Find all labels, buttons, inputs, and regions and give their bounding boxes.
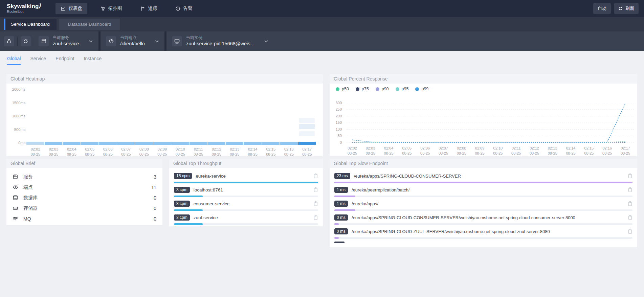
clipboard-icon[interactable] [624, 201, 632, 206]
y-tick-label: 150 [328, 120, 342, 124]
bar-track [174, 196, 318, 197]
brief-value: 0 [154, 216, 156, 222]
auto-button[interactable]: 自动 [593, 3, 611, 14]
refresh-button[interactable]: 刷新 [614, 3, 639, 14]
tab-service-dashboard[interactable]: Service Dashboard [4, 19, 57, 30]
x-tick-label: 02:1508-25 [580, 146, 598, 156]
heatmap-cell[interactable] [171, 142, 189, 145]
brief-row: 服务3 [13, 172, 156, 182]
clipboard-icon[interactable] [310, 215, 318, 220]
bar-fill [174, 223, 203, 225]
list-item[interactable]: 0 ms/eureka/apps/SPRING-CLOUD-ZUUL-SERVE… [334, 228, 632, 239]
item-name: eureka-service [196, 174, 226, 179]
tab-instance[interactable]: Instance [84, 56, 102, 65]
heatmap-cell[interactable] [99, 142, 117, 145]
item-name: /eureka/apps/SPRING-CLOUD-CONSUMER-SERVE… [352, 215, 575, 220]
refresh-label: 刷新 [625, 5, 634, 12]
heatmap-cell[interactable] [26, 142, 44, 145]
heatmap-cell[interactable] [117, 142, 135, 145]
clipboard-icon[interactable] [624, 173, 632, 179]
clipboard-icon[interactable] [310, 173, 318, 179]
heatmap-cell[interactable] [262, 142, 280, 145]
list-item[interactable]: 23 ms/eureka/apps/SPRING-CLOUD-CONSUMER-… [334, 172, 632, 183]
list-item[interactable]: 1 ms/eureka/apps/ [334, 200, 632, 211]
list-item[interactable]: 3 cpmzuul-service [174, 214, 318, 225]
x-tick-label: 02:1208-25 [207, 147, 226, 157]
list-item[interactable]: 0 ms/eureka/apps/SPRING-CLOUD-CONSUMER-S… [334, 214, 632, 225]
tab-service[interactable]: Service [30, 56, 46, 65]
tab-global[interactable]: Global [7, 56, 21, 65]
bar-track [174, 223, 318, 225]
legend-item-p95[interactable]: p95 [396, 87, 409, 91]
legend-item-p90[interactable]: p90 [376, 87, 389, 91]
legend-item-p99[interactable]: p99 [415, 87, 428, 91]
list-item[interactable]: 15 cpmeureka-service [174, 172, 318, 183]
instance-selector[interactable]: 当前实例 zuul-service-pid:15668@weis... [171, 35, 270, 47]
divider [17, 37, 18, 46]
heatmap-cell[interactable] [244, 142, 262, 145]
bar-fill [334, 209, 355, 211]
list-item[interactable]: 1 ms/eureka/peerreplication/batch/ [334, 186, 632, 197]
heatmap-cell[interactable] [207, 142, 225, 145]
list-item[interactable]: 3 cpmlocalhost:8761 [174, 186, 318, 197]
clipboard-icon[interactable] [310, 187, 318, 192]
panel-title: Global Top Slow Endpoint [330, 159, 637, 168]
tab-endpoint[interactable]: Endpoint [55, 56, 74, 65]
tab-database-dashboard[interactable]: Database Dashboard [59, 19, 120, 30]
clipboard-icon[interactable] [624, 187, 632, 192]
bar-fill [174, 196, 203, 197]
heatmap-cell[interactable] [299, 118, 315, 123]
service-selector[interactable]: 当前服务 zuul-service [37, 35, 94, 47]
x-tick-label: 02:1608-25 [598, 146, 616, 156]
y-tick-label: 500ms [10, 128, 25, 132]
heatmap-chart: 2000ms1500ms1000ms500ms0ms02:0208-2502:0… [6, 84, 323, 156]
value-badge: 3 cpm [174, 187, 190, 193]
item-name: consumer-service [194, 201, 230, 206]
x-tick-label: 02:1608-25 [280, 147, 298, 157]
heatmap-cell[interactable] [299, 131, 315, 136]
percent-response-chart: p50p75p90p95p99 30025020015010050002:020… [330, 84, 637, 156]
database-icon [13, 195, 20, 201]
endpoint-icon [13, 184, 20, 190]
heatmap-cell[interactable] [226, 142, 244, 145]
clipboard-icon[interactable] [624, 215, 632, 220]
heatmap-cell[interactable] [298, 142, 316, 145]
legend-item-p75[interactable]: p75 [356, 87, 369, 91]
selector-value: zuul-service [53, 41, 79, 47]
legend-item-p50[interactable]: p50 [336, 87, 349, 91]
panel-title: Global Top Throughput [169, 159, 323, 168]
brief-row: 数据库0 [13, 192, 156, 203]
top-navbar: Skywalking) Rocketbot 仪表盘 拓扑图 追踪 告警 自动 刷… [0, 0, 644, 17]
heatmap-cell[interactable] [45, 142, 63, 145]
menu-item-alarm[interactable]: 告警 [170, 3, 197, 14]
skywalking-logo[interactable]: Skywalking) Rocketbot [7, 3, 41, 14]
menu-item-trace[interactable]: 追踪 [135, 3, 162, 14]
lock-button[interactable] [4, 36, 14, 46]
bar-track [334, 223, 632, 225]
heatmap-cell[interactable] [280, 142, 298, 145]
chevron-down-icon [154, 39, 159, 44]
y-tick-label: 0 [328, 140, 342, 144]
heatmap-cell[interactable] [153, 142, 171, 145]
menu-label: 追踪 [148, 5, 157, 12]
heatmap-cell[interactable] [190, 142, 207, 145]
menu-item-dashboard[interactable]: 仪表盘 [55, 3, 87, 14]
sync-button[interactable] [21, 36, 31, 46]
endpoint-selector[interactable]: 当前端点 /client/hello [105, 35, 160, 47]
heatmap-cell[interactable] [135, 142, 153, 145]
mq-icon [13, 216, 20, 222]
x-tick-label: 02:0708-25 [117, 147, 135, 157]
y-tick-label: 1500ms [10, 101, 25, 105]
legend-dot [356, 87, 359, 91]
heatmap-cell[interactable] [81, 142, 99, 145]
clipboard-icon[interactable] [310, 201, 318, 206]
y-tick-label: 300 [328, 101, 342, 105]
x-axis-labels: 02:0208-2502:0308-2502:0408-2502:0508-25… [26, 147, 316, 157]
menu-item-topology[interactable]: 拓扑图 [95, 3, 127, 14]
heatmap-cell[interactable] [299, 124, 315, 129]
list-item[interactable]: 3 cpmconsumer-service [174, 200, 318, 211]
x-tick-label: 02:1708-25 [616, 146, 635, 156]
clipboard-icon[interactable] [624, 229, 632, 234]
brief-value: 11 [151, 185, 156, 190]
heatmap-cell[interactable] [63, 142, 81, 145]
